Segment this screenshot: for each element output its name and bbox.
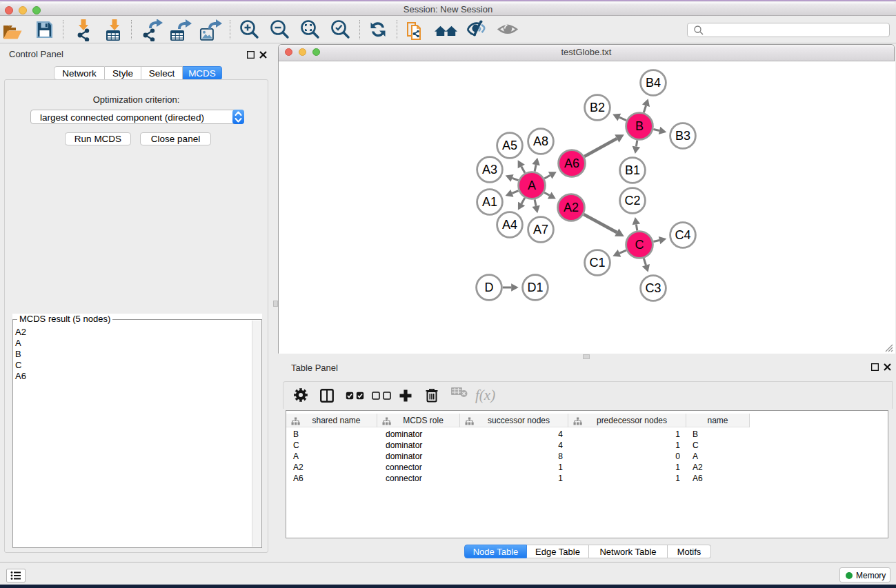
svg-text:D1: D1 (527, 281, 543, 294)
svg-text:C: C (635, 238, 644, 252)
svg-text:A8: A8 (533, 134, 548, 148)
svg-text:C3: C3 (645, 281, 661, 295)
svg-text:A5: A5 (502, 139, 517, 152)
svg-text:C2: C2 (624, 194, 640, 207)
svg-text:B3: B3 (675, 129, 690, 143)
svg-text:A4: A4 (502, 218, 517, 232)
svg-text:C1: C1 (589, 256, 605, 270)
svg-text:B2: B2 (590, 101, 605, 114)
svg-text:A2: A2 (564, 201, 579, 214)
svg-text:A: A (528, 179, 536, 192)
svg-text:B: B (635, 119, 644, 133)
svg-text:A6: A6 (564, 156, 579, 170)
svg-text:A3: A3 (482, 163, 497, 176)
svg-text:B4: B4 (646, 76, 661, 90)
svg-text:D: D (485, 281, 494, 294)
svg-text:B1: B1 (625, 163, 640, 177)
svg-text:A1: A1 (482, 195, 497, 209)
svg-text:A7: A7 (533, 223, 548, 236)
svg-text:C4: C4 (675, 228, 690, 242)
